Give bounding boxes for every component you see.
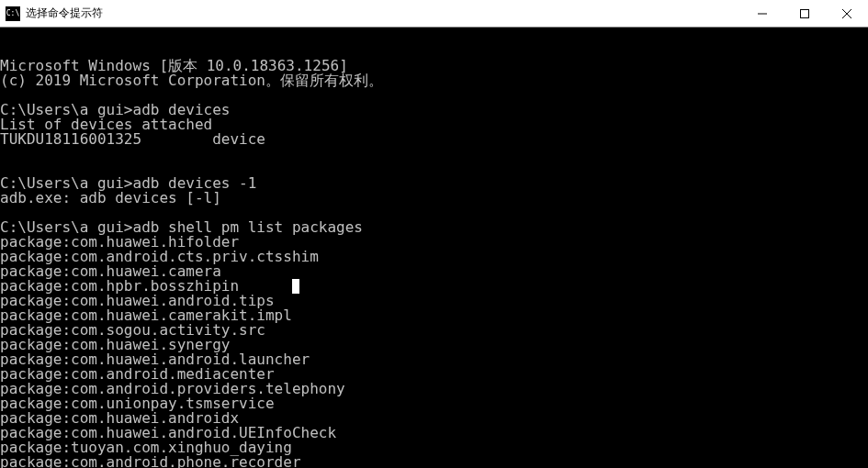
maximize-button[interactable] xyxy=(783,0,826,27)
svg-rect-1 xyxy=(801,9,809,17)
terminal-line: adb.exe: adb devices [-l] xyxy=(0,191,868,206)
minimize-button[interactable] xyxy=(741,0,783,27)
window-controls xyxy=(741,0,868,27)
window-title: 选择命令提示符 xyxy=(26,6,741,21)
titlebar[interactable]: C:\ 选择命令提示符 xyxy=(0,0,868,28)
terminal-line xyxy=(0,147,868,162)
terminal-output[interactable]: Microsoft Windows [版本 10.0.18363.1256](c… xyxy=(0,28,868,468)
maximize-icon xyxy=(800,9,809,18)
terminal-line: TUKDU18116001325 device xyxy=(0,132,868,147)
terminal-line: package:com.android.phone.recorder xyxy=(0,455,868,468)
app-icon: C:\ xyxy=(6,6,20,21)
close-icon xyxy=(842,9,851,18)
text-cursor xyxy=(292,279,299,294)
close-button[interactable] xyxy=(826,0,868,27)
minimize-icon xyxy=(758,9,767,18)
terminal-line: (c) 2019 Microsoft Corporation。保留所有权利。 xyxy=(0,73,868,88)
